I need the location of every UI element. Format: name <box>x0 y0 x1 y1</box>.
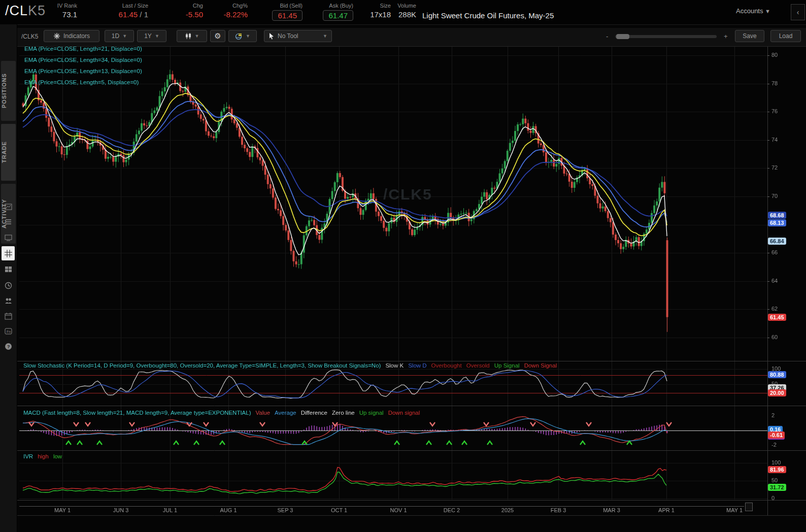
sidebar-dashboard-icon[interactable] <box>0 262 17 276</box>
legend-item: Down signal <box>388 410 420 416</box>
x-axis-label: APR 1 <box>658 507 675 513</box>
legend-item: Zero line <box>332 410 355 416</box>
drawing-tools-dropdown[interactable]: ▼ <box>228 30 257 42</box>
sidebar-help-icon[interactable]: ? <box>0 339 17 353</box>
symbol-main: /CL <box>5 3 28 18</box>
load-button[interactable]: Load <box>770 30 801 42</box>
quote-field-iv-rank: IV Rank73.1 <box>57 3 77 19</box>
price-axis-bubble: 61.45 <box>768 314 786 321</box>
quote-field-chg: Chg-5.50 <box>186 3 203 19</box>
x-axis-label: NOV 1 <box>390 507 407 513</box>
legend-item: Slow K <box>385 362 404 369</box>
sidebar-community-icon[interactable] <box>0 293 17 308</box>
x-axis-label: 2025 <box>501 507 514 513</box>
sidebar-tab-positions[interactable]: POSITIONS <box>1 61 16 121</box>
drawing-set-icon <box>235 32 243 40</box>
legend-item: Difference <box>301 410 327 416</box>
price-tick-label: 64 <box>771 278 778 284</box>
chevron-down-icon: ▼ <box>246 34 250 39</box>
stoch-axis-bubble: 80.88 <box>768 371 786 378</box>
legend-item: Value <box>256 410 271 416</box>
chart-type-dropdown[interactable]: ▼ <box>177 30 207 42</box>
save-button[interactable]: Save <box>735 30 764 42</box>
stoch-tick-label: 100 <box>771 365 781 372</box>
quote-field-chg-: Chg%-8.22% <box>223 3 248 19</box>
quote-field-last-size: Last / Size61.45 / 1 <box>119 3 148 19</box>
chevron-down-icon: ▼ <box>155 34 159 39</box>
zoom-out-button[interactable]: - <box>606 32 608 40</box>
x-axis-label: OCT 1 <box>331 507 347 513</box>
stoch-axis-bubble: 20.00 <box>768 389 786 396</box>
sidebar-fn-key-icon[interactable]: Fn <box>0 324 17 338</box>
study-label: Slow Stochastic (K Period=14, D Period=9… <box>23 362 381 369</box>
field-value: -5.50 <box>186 10 203 19</box>
quote-field-ask-buy-[interactable]: Ask (Buy)61.47 <box>323 3 353 21</box>
legend-item: Up Signal <box>494 362 520 369</box>
timeframe-dropdown[interactable]: 1D▼ <box>105 30 134 42</box>
legend-item: high <box>38 453 49 459</box>
stochastic-study-header: Slow Stochastic (K Period=14, D Period=9… <box>23 362 561 369</box>
quote-field-volume: Volume288K <box>397 3 416 19</box>
price-axis-bubble: 66.84 <box>768 238 786 245</box>
svg-text:?: ? <box>7 344 10 349</box>
price-tick-label: 60 <box>771 334 778 340</box>
field-label: Chg <box>186 3 203 9</box>
sidebar-news-chart-icon[interactable] <box>0 200 17 214</box>
field-value: 73.1 <box>57 10 77 19</box>
price-tick-label: 66 <box>771 249 778 255</box>
field-value: 61.45 / 1 <box>119 10 148 19</box>
zoom-in-button[interactable]: + <box>724 32 728 40</box>
price-tick-label: 80 <box>771 52 778 58</box>
cursor-icon <box>268 32 275 40</box>
symbol-suffix: K5 <box>28 3 46 18</box>
field-value: 288K <box>397 10 416 19</box>
sidebar-calendar-icon[interactable] <box>0 309 17 323</box>
collapse-panel-button[interactable]: ‹ <box>791 4 805 20</box>
chart-settings-button[interactable]: ⚙ <box>210 30 225 42</box>
ema-label: EMA (Price=CLOSE, Length=21, Displace=0) <box>24 46 142 52</box>
sidebar-tv-icon[interactable] <box>0 230 17 244</box>
accounts-menu[interactable]: Accounts ▼ <box>736 7 770 15</box>
candlestick-icon <box>185 32 192 40</box>
study-label: IVR <box>23 453 33 459</box>
macd-study-header: MACD (Fast length=8, Slow length=21, MAC… <box>23 410 424 416</box>
price-tick-label: 72 <box>771 164 778 171</box>
zoom-slider-handle[interactable] <box>616 34 629 39</box>
x-axis-label: MAY 1 <box>726 507 743 513</box>
ema-label: EMA (Price=CLOSE, Length=5, Displace=0) <box>24 79 139 85</box>
price-axis-bubble: 68.68 <box>768 212 786 219</box>
sidebar-history-clock-icon[interactable] <box>0 278 17 292</box>
sidebar-tab-trade[interactable]: TRADE <box>1 124 16 181</box>
price-tick-label: 76 <box>771 108 778 114</box>
field-label: IV Rank <box>57 3 77 9</box>
active-tool-dropdown[interactable]: No Tool ▼ <box>264 30 332 42</box>
ivr-axis-bubble: 81.96 <box>768 466 786 473</box>
chart-toolbar: /CLK5 Indicators 1D▼ 1Y▼ ▼ ⚙ ▼ No Tool ▼… <box>17 28 806 47</box>
ivr-tick-label: 50 <box>771 477 778 483</box>
field-label: Size <box>370 3 391 9</box>
chevron-down-icon: ▼ <box>195 34 199 39</box>
range-dropdown[interactable]: 1Y▼ <box>137 30 166 42</box>
field-value: 61.47 <box>323 10 353 21</box>
ema-label: EMA (Price=CLOSE, Length=34, Displace=0) <box>24 57 142 63</box>
legend-item: Oversold <box>466 362 490 369</box>
x-axis-label: DEC 2 <box>444 507 460 513</box>
quote-field-bid-sell-[interactable]: Bid (Sell)61.45 <box>272 3 303 21</box>
price-tick-label: 78 <box>771 80 778 86</box>
price-tick-label: 62 <box>771 306 778 312</box>
symbol-label: /CLK5 <box>5 3 46 19</box>
trading-platform-window: /CLK5 IV Rank73.1Last / Size61.45 / 1Chg… <box>0 0 806 532</box>
indicators-button[interactable]: Indicators <box>44 30 99 42</box>
study-label: MACD (Fast length=8, Slow length=21, MAC… <box>23 410 251 416</box>
left-sidebar: POSITIONSTRADEACTIVITYFn? <box>0 24 17 532</box>
sidebar-chart-grid-icon[interactable] <box>2 246 15 260</box>
x-axis-label: FEB 3 <box>551 507 566 513</box>
zoom-slider-track[interactable] <box>615 35 717 38</box>
legend-item: Overbought <box>431 362 462 369</box>
legend-item: Slow D <box>408 362 426 369</box>
legend-item: low <box>53 453 62 459</box>
sidebar-list-icon[interactable] <box>0 215 17 229</box>
time-scrollbar-handle[interactable] <box>745 503 753 511</box>
ivr-study-header: IVRhighlow <box>23 453 66 459</box>
studies-flask-icon <box>53 32 60 40</box>
